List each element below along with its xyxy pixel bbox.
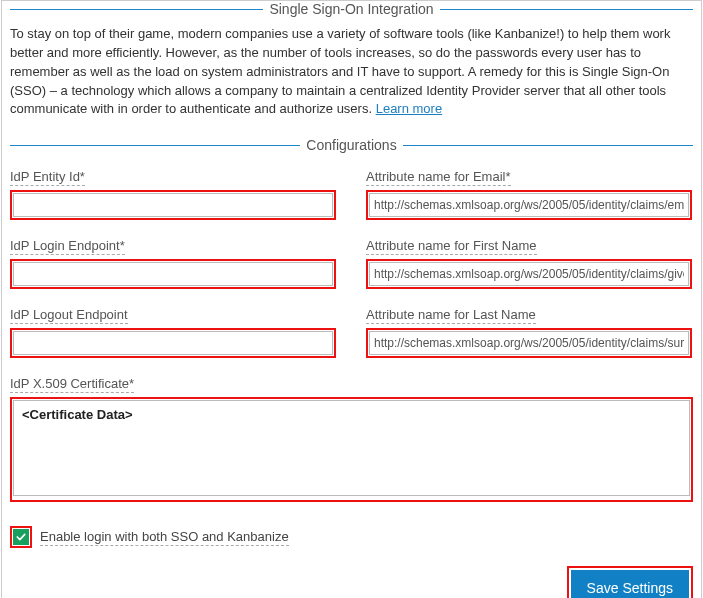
label-attr-email: Attribute name for Email* [366, 169, 511, 186]
input-attr-email[interactable] [369, 193, 689, 217]
field-cert: IdP X.509 Certificate* [10, 376, 693, 502]
label-attr-last: Attribute name for Last Name [366, 307, 536, 324]
label-idp-logout: IdP Logout Endpoint [10, 307, 128, 324]
label-enable-both: Enable login with both SSO and Kanbanize [40, 529, 289, 546]
input-attr-first[interactable] [369, 262, 689, 286]
section-sso-integration: Single Sign-On Integration [10, 1, 693, 17]
field-idp-login: IdP Login Endpoint* [10, 238, 336, 289]
section-configurations: Configurations [10, 137, 693, 153]
label-idp-login: IdP Login Endpoint* [10, 238, 125, 255]
label-attr-first: Attribute name for First Name [366, 238, 537, 255]
input-attr-last[interactable] [369, 331, 689, 355]
field-attr-email: Attribute name for Email* [366, 169, 692, 220]
field-attr-first: Attribute name for First Name [366, 238, 692, 289]
label-idp-entity-id: IdP Entity Id* [10, 169, 85, 186]
input-idp-logout[interactable] [13, 331, 333, 355]
save-settings-button[interactable]: Save Settings [571, 570, 689, 598]
enable-both-row: Enable login with both SSO and Kanbanize [10, 526, 693, 548]
input-idp-login[interactable] [13, 262, 333, 286]
intro-text: To stay on top of their game, modern com… [10, 26, 670, 116]
intro-paragraph: To stay on top of their game, modern com… [10, 25, 693, 119]
input-idp-entity-id[interactable] [13, 193, 333, 217]
section-title: Configurations [300, 137, 402, 153]
input-cert[interactable] [13, 400, 690, 496]
field-idp-logout: IdP Logout Endpoint [10, 307, 336, 358]
field-attr-last: Attribute name for Last Name [366, 307, 692, 358]
checkbox-enable-both[interactable] [13, 529, 29, 545]
check-icon [15, 531, 27, 543]
section-title: Single Sign-On Integration [263, 1, 439, 17]
field-idp-entity-id: IdP Entity Id* [10, 169, 336, 220]
learn-more-link[interactable]: Learn more [376, 101, 442, 116]
label-cert: IdP X.509 Certificate* [10, 376, 134, 393]
